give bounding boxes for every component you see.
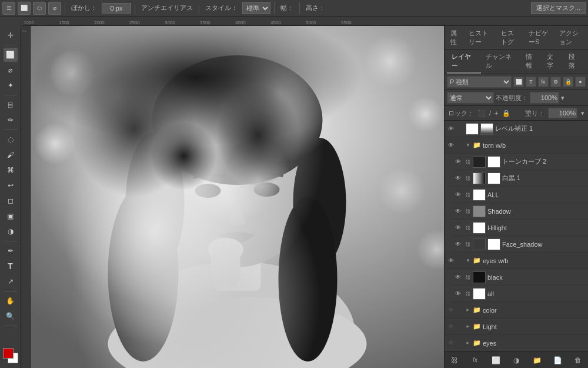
delete-layer-button[interactable]: 🗑: [572, 354, 584, 367]
tab-actions[interactable]: アクション: [556, 27, 586, 49]
select-mask-button[interactable]: 選択とマスク...: [531, 2, 586, 14]
opacity-input[interactable]: [530, 92, 559, 104]
spot-heal-tool[interactable]: ◌: [4, 132, 18, 147]
new-group-button[interactable]: 📁: [530, 354, 543, 367]
layer-item[interactable]: 👁 ⛓ Face_shadow: [452, 236, 588, 253]
toolbar-ellipse-icon[interactable]: ⬭: [33, 2, 46, 15]
layer-filter-type[interactable]: fx: [538, 77, 549, 87]
toolbar-lasso-icon[interactable]: ⌀: [48, 2, 61, 15]
layers-list[interactable]: 👁 レベル補正 1 👁 ▼ 📁 torn w/b 👁 ⛓ トーンカー: [445, 121, 588, 352]
layer-filter-pixel[interactable]: ⬜: [513, 77, 524, 87]
layer-item[interactable]: 👁 ⛓ トーンカーブ 2: [452, 154, 588, 170]
layer-visibility[interactable]: 👁: [447, 125, 455, 133]
layer-group-item[interactable]: 👁 ▼ 📁 torn w/b: [445, 137, 588, 154]
color-swatches[interactable]: [3, 348, 18, 363]
layer-link[interactable]: ⛓: [464, 274, 471, 281]
lock-position-icon[interactable]: /: [489, 110, 491, 117]
fill-arrow[interactable]: ▾: [581, 110, 584, 117]
adjustment-layer-button[interactable]: ◑: [510, 354, 523, 367]
blend-mode-select[interactable]: 通常: [447, 92, 494, 104]
layer-filter-toggle[interactable]: ●: [575, 77, 586, 87]
layer-group-item[interactable]: 👁 ▼ 📁 eyes w/b: [445, 253, 588, 269]
layer-group-item[interactable]: 👁 ▼ 📁 Light: [445, 319, 588, 335]
layer-visibility[interactable]: 👁: [454, 240, 462, 248]
canvas-image[interactable]: [31, 26, 444, 368]
layer-item[interactable]: 👁 ⛓ black: [452, 269, 588, 286]
layer-filter-smart[interactable]: ⚙: [550, 77, 561, 87]
tab-history[interactable]: ヒストリー: [465, 27, 495, 49]
layer-visibility[interactable]: 👁: [447, 339, 455, 347]
layer-item[interactable]: 👁 ⛓ Hillight: [452, 220, 588, 236]
layer-kind-select[interactable]: P 種類: [447, 76, 512, 88]
hand-tool[interactable]: ✋: [4, 294, 18, 308]
tab-histogram[interactable]: ヒストグ: [497, 27, 523, 49]
path-tool[interactable]: ↗: [4, 274, 18, 289]
tab-channels[interactable]: チャンネル: [481, 50, 521, 74]
lock-pixel-icon[interactable]: ⬛: [477, 110, 486, 117]
lasso-tool[interactable]: ⌀: [4, 63, 18, 77]
tab-character[interactable]: 文字: [542, 50, 564, 74]
group-arrow[interactable]: ▼: [466, 142, 470, 148]
tab-paragraph[interactable]: 段落: [564, 50, 586, 74]
layer-item[interactable]: 👁 レベル補正 1: [445, 121, 588, 137]
layer-visibility[interactable]: 👁: [447, 306, 455, 314]
layer-visibility[interactable]: 👁: [454, 290, 462, 298]
layer-visibility[interactable]: 👁: [454, 224, 462, 232]
tab-info[interactable]: 情報: [521, 50, 543, 74]
layer-visibility[interactable]: 👁: [454, 174, 462, 183]
new-layer-button[interactable]: 📄: [551, 354, 564, 367]
tab-layers[interactable]: レイヤー: [447, 50, 481, 74]
history-brush-tool[interactable]: ↩: [4, 178, 18, 193]
layer-visibility[interactable]: 👁: [447, 323, 455, 331]
gradient-tool[interactable]: ▣: [4, 209, 18, 223]
layer-visibility[interactable]: 👁: [447, 141, 455, 150]
layer-mask-button[interactable]: ⬜: [489, 354, 502, 367]
lock-all-icon[interactable]: 🔒: [502, 110, 510, 117]
layer-item[interactable]: 👁 ⛓ all: [452, 286, 588, 302]
layer-link[interactable]: ⛓: [464, 191, 471, 198]
eraser-tool[interactable]: ◻: [4, 194, 18, 208]
layer-item[interactable]: 👁 ⛓ Shadow: [452, 203, 588, 220]
zoom-tool[interactable]: 🔍: [4, 309, 18, 323]
layer-visibility[interactable]: 👁: [454, 191, 462, 199]
opacity-arrow[interactable]: ▾: [561, 94, 564, 102]
tab-navigator[interactable]: ナビゲーS: [525, 27, 553, 49]
toolbar-rect-icon[interactable]: ⬜: [18, 2, 31, 15]
layer-visibility[interactable]: 👁: [454, 207, 462, 216]
group-arrow[interactable]: ▼: [465, 324, 470, 329]
foreground-color[interactable]: [3, 348, 14, 359]
link-layers-button[interactable]: ⛓: [448, 354, 461, 367]
layer-visibility[interactable]: 👁: [447, 257, 455, 265]
lock-artboard-icon[interactable]: +: [495, 110, 498, 117]
clone-tool[interactable]: ⌘: [4, 163, 18, 177]
blur-input[interactable]: [102, 3, 131, 14]
toolbar-menu-icon[interactable]: ☰: [2, 2, 15, 15]
brush-tool[interactable]: 🖌: [4, 148, 18, 162]
layer-link[interactable]: ⛓: [464, 158, 471, 165]
magic-wand-tool[interactable]: ✦: [4, 78, 18, 92]
group-arrow[interactable]: ▼: [466, 258, 470, 263]
layer-group-item[interactable]: 👁 ▼ 📁 eyes: [445, 335, 588, 352]
layer-link[interactable]: ⛓: [464, 224, 471, 231]
layer-filter-lock[interactable]: 🔒: [563, 77, 573, 87]
text-tool[interactable]: T: [4, 259, 18, 273]
layer-filter-adjust[interactable]: T: [526, 77, 536, 87]
layer-link[interactable]: ⛓: [464, 175, 471, 182]
style-select[interactable]: 標準: [242, 2, 270, 14]
pen-tool[interactable]: ✒: [4, 244, 18, 258]
layer-visibility[interactable]: 👁: [454, 273, 462, 281]
layer-effects-button[interactable]: fx: [469, 354, 482, 367]
layer-visibility[interactable]: 👁: [454, 158, 462, 166]
layer-link[interactable]: ⛓: [464, 208, 471, 215]
eyedropper-tool[interactable]: ✏: [4, 113, 18, 127]
move-tool[interactable]: ✛: [4, 28, 18, 42]
crop-tool[interactable]: ⌸: [4, 98, 18, 112]
selection-tool[interactable]: ⬜: [4, 48, 18, 62]
layer-link[interactable]: ⛓: [464, 241, 471, 248]
layer-item[interactable]: 👁 ⛓ 白黒 1: [452, 170, 588, 187]
layer-item[interactable]: 👁 ⛓ ALL: [452, 187, 588, 203]
layer-group-item[interactable]: 👁 ▼ 📁 color: [445, 302, 588, 319]
fill-input[interactable]: [548, 108, 577, 118]
dodge-tool[interactable]: ◑: [4, 224, 18, 238]
group-arrow[interactable]: ▼: [465, 341, 470, 346]
